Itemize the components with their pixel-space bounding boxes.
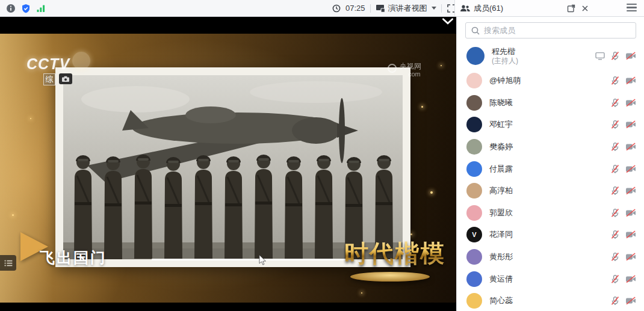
sparkle-dot: [30, 118, 31, 119]
member-row[interactable]: @钟旭萌: [457, 70, 644, 92]
member-name: 邓虹宇: [489, 120, 513, 129]
member-row[interactable]: 郭盟欣: [457, 202, 644, 224]
toolbar-divider: [370, 4, 371, 13]
member-row[interactable]: 樊淼婷: [457, 136, 644, 158]
mic-muted-icon[interactable]: [610, 296, 620, 306]
avatar: [466, 139, 482, 155]
mic-muted-icon[interactable]: [610, 252, 620, 262]
member-row[interactable]: 陈晓曦: [457, 92, 644, 114]
player-playlist-chip[interactable]: [0, 255, 16, 271]
security-shield-icon[interactable]: [21, 4, 31, 13]
member-name: 简心蕊: [489, 296, 513, 306]
member-row[interactable]: 付晨露: [457, 158, 644, 180]
speaker-view-icon: [376, 4, 385, 13]
menu-hamburger-icon[interactable]: [627, 4, 637, 11]
members-panel-header: 成员(61): [454, 0, 644, 16]
mic-muted-icon[interactable]: [610, 164, 620, 174]
camera-off-icon[interactable]: [625, 143, 636, 151]
avatar: [466, 73, 482, 88]
avatar: [466, 117, 482, 132]
mic-muted-icon[interactable]: [610, 51, 620, 61]
members-tab-label: 成员(61): [474, 3, 503, 14]
member-row[interactable]: 高淳柏: [457, 180, 644, 202]
cntv-watermark-suffix: com: [408, 70, 421, 78]
camera-off-icon[interactable]: [625, 230, 636, 239]
mic-muted-icon[interactable]: [610, 142, 620, 152]
member-name: 高淳柏: [489, 186, 513, 196]
member-row[interactable]: 简心蕊: [457, 290, 644, 311]
popout-panel-icon[interactable]: [567, 4, 575, 13]
member-search: [465, 22, 637, 38]
sparkle-dot: [410, 233, 412, 235]
video-caption: 飞出国门: [40, 248, 107, 268]
member-row[interactable]: 邓虹宇: [457, 114, 644, 136]
sparkle-dot: [430, 191, 433, 194]
camera-off-icon[interactable]: [625, 297, 636, 305]
cctv-channel-logo: CCTV: [26, 55, 70, 73]
avatar: [466, 205, 482, 221]
cctv-channel-number-bubble: [72, 52, 90, 70]
member-name: 黄运倩: [489, 274, 513, 284]
mic-muted-icon[interactable]: [610, 230, 620, 239]
avatar: [466, 161, 482, 177]
member-row[interactable]: 黄运倩: [457, 268, 644, 290]
camera-off-icon[interactable]: [625, 209, 636, 217]
sparkle-dot: [441, 65, 442, 66]
sparkle-dot: [421, 106, 423, 108]
camera-off-icon[interactable]: [625, 253, 636, 261]
photo-camera-chip: [59, 73, 72, 84]
member-row-host[interactable]: 程先楷 (主持人): [457, 42, 644, 70]
camera-off-icon[interactable]: [625, 52, 636, 60]
member-name: 程先楷: [492, 47, 518, 57]
top-toolbar: 07:25 演讲者视图 成员(61): [0, 0, 644, 17]
avatar: [466, 183, 482, 199]
avatar: [466, 47, 485, 65]
members-panel: 程先楷 (主持人) @钟旭萌 陈晓曦: [456, 17, 644, 311]
members-tab[interactable]: 成员(61): [460, 3, 503, 14]
cntv-ring-icon: [388, 64, 397, 73]
search-icon: [471, 26, 480, 35]
avatar: [466, 271, 482, 287]
cctv-channel-sub-badge: 综: [43, 73, 55, 85]
search-members-input[interactable]: [465, 22, 636, 38]
member-role: (主持人): [492, 57, 518, 65]
meeting-info-icon[interactable]: [6, 4, 16, 13]
avatar: [466, 95, 482, 111]
camera-off-icon[interactable]: [625, 275, 636, 283]
avatar: [466, 293, 482, 309]
member-name: 樊淼婷: [489, 142, 513, 152]
close-panel-icon[interactable]: [581, 5, 589, 12]
member-name: 付晨露: [489, 164, 513, 174]
member-list: 程先楷 (主持人) @钟旭萌 陈晓曦: [457, 42, 644, 311]
member-name: 陈晓曦: [489, 98, 513, 108]
mic-muted-icon[interactable]: [610, 274, 620, 284]
member-name: @钟旭萌: [489, 76, 521, 85]
toolbar-divider: [441, 4, 442, 13]
camera-glyph-icon: [61, 76, 70, 82]
mouse-cursor: [259, 255, 266, 266]
camera-off-icon[interactable]: [625, 120, 636, 129]
camera-off-icon[interactable]: [625, 76, 636, 85]
camera-off-icon[interactable]: [625, 165, 636, 173]
view-mode-button[interactable]: 演讲者视图: [376, 3, 436, 14]
network-signal-icon[interactable]: [36, 4, 46, 13]
camera-off-icon[interactable]: [625, 186, 636, 195]
shared-screen-video[interactable]: CCTV 综 央视网 com 飞出国门 时代楷模: [0, 17, 456, 311]
mic-muted-icon[interactable]: [610, 76, 620, 85]
avatar: V: [466, 227, 482, 242]
member-row[interactable]: V 花泽同: [457, 224, 644, 246]
meeting-app-window: 07:25 演讲者视图 成员(61): [0, 0, 644, 311]
member-row[interactable]: 黄彤彤: [457, 246, 644, 268]
camera-off-icon[interactable]: [625, 99, 636, 107]
sparkle-dot: [361, 292, 362, 294]
mic-muted-icon[interactable]: [610, 208, 620, 218]
member-name: 黄彤彤: [489, 252, 513, 262]
list-icon: [4, 259, 13, 267]
mic-muted-icon[interactable]: [610, 120, 620, 129]
program-logo-text: 时代楷模: [344, 237, 445, 270]
collapse-toolbar-chevron-icon[interactable]: [441, 17, 455, 26]
sparkle-dot: [12, 214, 14, 216]
member-name: 郭盟欣: [489, 208, 513, 218]
mic-muted-icon[interactable]: [610, 98, 620, 108]
mic-muted-icon[interactable]: [610, 186, 620, 196]
